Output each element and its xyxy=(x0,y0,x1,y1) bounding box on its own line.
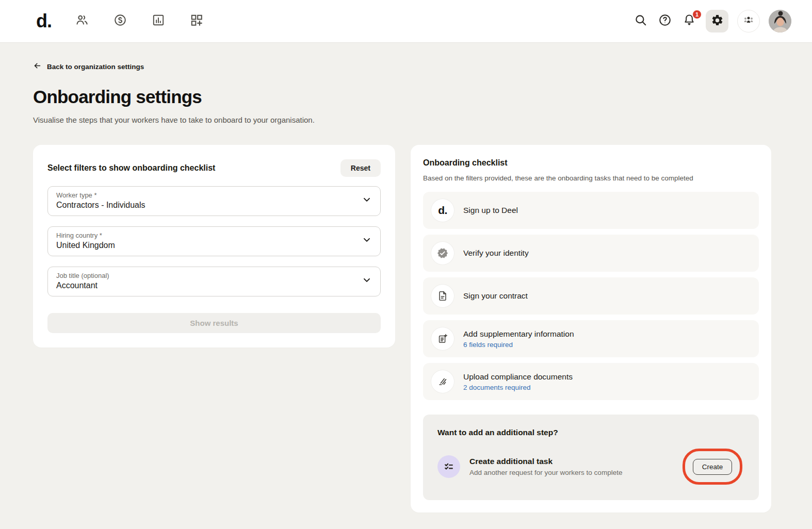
filters-card: Select filters to show onboarding checkl… xyxy=(33,145,395,348)
task-row-compliance-docs: Upload compliance documents 2 documents … xyxy=(423,363,759,400)
additional-task-title: Create additional task xyxy=(469,457,683,466)
cards-container: Select filters to show onboarding checkl… xyxy=(33,145,779,513)
bar-chart-icon xyxy=(152,13,165,29)
task-row-supplementary-info: Add supplementary information 6 fields r… xyxy=(423,320,759,357)
task-texts: Sign up to Deel xyxy=(463,206,518,215)
additional-step-box: Want to add an additional step? Create a… xyxy=(423,415,759,500)
gear-icon xyxy=(711,14,724,29)
fields-required-link[interactable]: 6 fields required xyxy=(463,341,574,349)
create-button-area: Create xyxy=(683,449,742,485)
hiring-country-texts: Hiring country * United Kingdom xyxy=(56,232,115,250)
primary-nav xyxy=(74,13,204,29)
reports-nav-button[interactable] xyxy=(151,13,166,29)
task-label: Upload compliance documents xyxy=(463,372,573,382)
apps-nav-button[interactable] xyxy=(189,13,204,29)
worker-type-select[interactable]: Worker type * Contractors - Individuals xyxy=(47,186,381,216)
worker-type-label: Worker type * xyxy=(56,191,145,199)
settings-button-active[interactable] xyxy=(706,10,728,32)
hiring-country-value: United Kingdom xyxy=(56,241,115,250)
deel-logo[interactable]: d. xyxy=(36,12,52,30)
additional-step-heading: Want to add an additional step? xyxy=(437,428,744,437)
people-nav-button[interactable] xyxy=(74,13,90,29)
help-icon xyxy=(658,13,672,29)
back-arrow-icon xyxy=(33,61,42,72)
checklist-icon xyxy=(437,455,460,478)
document-plus-icon xyxy=(431,327,454,350)
team-icon xyxy=(742,14,755,28)
task-texts: Verify your identity xyxy=(463,249,529,258)
apps-grid-plus-icon xyxy=(190,13,203,29)
additional-task-row: Create additional task Add another reque… xyxy=(437,449,744,485)
people-icon xyxy=(75,13,89,29)
chevron-down-icon xyxy=(362,194,372,207)
filters-card-title: Select filters to show onboarding checkl… xyxy=(47,163,215,173)
chevron-down-icon xyxy=(362,275,372,287)
task-row-verify-identity: Verify your identity xyxy=(423,235,759,272)
task-label: Add supplementary information xyxy=(463,329,574,339)
user-avatar[interactable] xyxy=(769,10,791,32)
notification-badge: 1 xyxy=(692,10,702,19)
task-texts: Upload compliance documents 2 documents … xyxy=(463,372,573,391)
search-button[interactable] xyxy=(633,13,648,29)
back-link-label: Back to organization settings xyxy=(47,63,144,71)
filters-card-header: Select filters to show onboarding checkl… xyxy=(47,159,381,177)
page-title: Onboarding settings xyxy=(33,87,779,107)
checklist-card-subtitle: Based on the filters provided, these are… xyxy=(423,174,759,182)
job-title-value: Accountant xyxy=(56,281,109,290)
avatar-illustration xyxy=(769,10,791,32)
job-title-label: Job title (optional) xyxy=(56,272,109,279)
reset-button[interactable]: Reset xyxy=(340,159,381,177)
navbar-actions: 1 xyxy=(633,10,791,32)
back-link[interactable]: Back to organization settings xyxy=(33,61,779,72)
search-icon xyxy=(634,13,647,29)
payments-nav-button[interactable] xyxy=(112,13,128,29)
hiring-country-select[interactable]: Hiring country * United Kingdom xyxy=(47,226,381,256)
badge-check-icon xyxy=(431,242,454,264)
show-results-button-disabled[interactable]: Show results xyxy=(47,313,381,333)
job-title-texts: Job title (optional) Accountant xyxy=(56,272,109,290)
dollar-icon xyxy=(113,13,127,29)
task-row-sign-contract: Sign your contract xyxy=(423,277,759,315)
worker-type-value: Contractors - Individuals xyxy=(56,201,145,210)
signature-icon xyxy=(431,370,454,393)
task-texts: Sign your contract xyxy=(463,291,528,301)
notifications-button[interactable]: 1 xyxy=(681,13,697,29)
help-button[interactable] xyxy=(657,13,673,29)
task-label: Verify your identity xyxy=(463,249,529,258)
main-content: Back to organization settings Onboarding… xyxy=(0,43,812,513)
task-label: Sign your contract xyxy=(463,291,528,301)
additional-task-texts: Create additional task Add another reque… xyxy=(469,457,683,476)
deel-logo-icon: d. xyxy=(431,199,454,222)
chevron-down-icon xyxy=(362,235,372,247)
page-subtitle: Visualise the steps that your workers ha… xyxy=(33,115,779,124)
task-texts: Add supplementary information 6 fields r… xyxy=(463,329,574,349)
org-switcher-button[interactable] xyxy=(737,10,760,32)
checklist-card-title: Onboarding checklist xyxy=(423,158,759,168)
additional-task-subtitle: Add another request for your workers to … xyxy=(469,469,683,476)
document-icon xyxy=(431,285,454,307)
top-navbar: d. xyxy=(0,0,812,43)
mini-deel-logo: d. xyxy=(438,204,447,217)
create-button[interactable]: Create xyxy=(693,459,733,475)
worker-type-texts: Worker type * Contractors - Individuals xyxy=(56,191,145,210)
task-row-sign-up: d. Sign up to Deel xyxy=(423,192,759,229)
job-title-select[interactable]: Job title (optional) Accountant xyxy=(47,267,381,296)
hiring-country-label: Hiring country * xyxy=(56,232,115,239)
checklist-card: Onboarding checklist Based on the filter… xyxy=(411,145,771,513)
task-label: Sign up to Deel xyxy=(463,206,518,215)
documents-required-link[interactable]: 2 documents required xyxy=(463,384,573,391)
